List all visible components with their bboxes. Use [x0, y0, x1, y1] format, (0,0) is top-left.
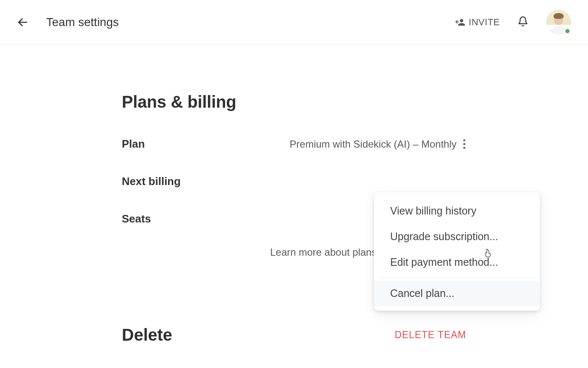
- invite-button[interactable]: INVITE: [455, 17, 500, 28]
- content-area: Plans & billing Plan Premium with Sideki…: [122, 45, 466, 344]
- back-button[interactable]: [17, 16, 29, 28]
- bell-icon: [517, 16, 528, 27]
- plan-value-group: Premium with Sidekick (AI) – Monthly: [290, 138, 466, 151]
- next-billing-row: Next billing: [122, 175, 466, 188]
- delete-heading: Delete: [122, 326, 172, 344]
- plan-value: Premium with Sidekick (AI) – Monthly: [290, 138, 457, 150]
- presence-indicator: [564, 28, 570, 34]
- page-title: Team settings: [46, 16, 119, 29]
- delete-team-button[interactable]: DELETE TEAM: [395, 329, 466, 341]
- menu-item-cancel-plan[interactable]: Cancel plan...: [374, 281, 540, 306]
- menu-separator: [378, 278, 536, 278]
- arrow-left-icon: [17, 16, 29, 28]
- header-actions: INVITE: [455, 10, 571, 35]
- plans-billing-heading: Plans & billing: [122, 93, 466, 111]
- menu-item-view-billing-history[interactable]: View billing history: [374, 198, 540, 224]
- notifications-button[interactable]: [517, 16, 528, 29]
- plan-row: Plan Premium with Sidekick (AI) – Monthl…: [122, 138, 466, 151]
- menu-item-upgrade-subscription[interactable]: Upgrade subscription...: [374, 224, 540, 249]
- plan-menu-button[interactable]: [462, 138, 466, 151]
- invite-label: INVITE: [469, 17, 500, 28]
- seats-label: Seats: [122, 212, 151, 225]
- person-add-icon: [455, 17, 465, 27]
- plan-actions-menu: View billing history Upgrade subscriptio…: [374, 192, 540, 311]
- header-bar: Team settings INVITE: [0, 0, 588, 45]
- account-avatar[interactable]: [546, 10, 571, 35]
- more-vertical-icon: [463, 139, 465, 141]
- delete-section: Delete DELETE TEAM: [122, 326, 466, 344]
- plan-label: Plan: [122, 138, 145, 151]
- menu-item-edit-payment-method[interactable]: Edit payment method...: [374, 249, 540, 275]
- next-billing-label: Next billing: [122, 175, 181, 188]
